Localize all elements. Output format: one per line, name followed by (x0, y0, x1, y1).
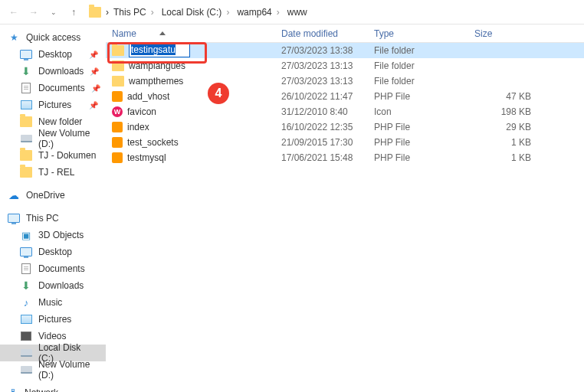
column-name[interactable]: Name (106, 24, 275, 42)
folder-icon (112, 45, 124, 56)
file-icon (112, 137, 123, 148)
breadcrumb[interactable]: › This PC› Local Disk (C:)› wamp64› www (86, 3, 578, 21)
rename-input[interactable]: testingsatu (129, 44, 190, 57)
folder-icon (20, 167, 32, 178)
sidebar-item-label: Desktop (38, 49, 72, 60)
file-row[interactable]: add_vhost26/10/2022 11:47PHP File47 KB (106, 89, 584, 104)
column-date[interactable]: Date modified (275, 24, 368, 42)
file-icon (112, 91, 123, 102)
chevron-right-icon: › (106, 7, 109, 18)
nav-forward-button[interactable]: → (26, 5, 41, 20)
file-row[interactable]: Wfavicon31/12/2010 8:40Icon198 KB (106, 104, 584, 119)
star-icon: ★ (8, 32, 20, 43)
file-type: File folder (368, 76, 468, 87)
address-bar: ← → ⌄ ↑ › This PC› Local Disk (C:)› wamp… (0, 0, 584, 24)
file-size: 29 KB (468, 122, 537, 132)
documents-icon (21, 263, 31, 274)
sidebar-item-label: 3D Objects (38, 230, 84, 240)
file-size: 1 KB (468, 152, 537, 163)
file-date: 16/10/2022 12:35 (275, 122, 368, 132)
sidebar-item[interactable]: ▣3D Objects (0, 227, 106, 243)
file-name: wampthemes (129, 76, 183, 87)
file-row[interactable]: wampthemes27/03/2023 13:13File folder (106, 74, 584, 89)
nav-back-button[interactable]: ← (6, 5, 21, 20)
breadcrumb-item[interactable]: www (284, 5, 310, 19)
file-date: 31/12/2010 8:40 (275, 106, 368, 117)
music-icon: ♪ (24, 297, 29, 309)
file-type: PHP File (368, 137, 468, 148)
sidebar-item[interactable]: Documents (0, 260, 106, 277)
column-size[interactable]: Size (468, 24, 537, 42)
sidebar-item-label: Music (38, 297, 62, 308)
sidebar-item[interactable]: New Volume (D:) (0, 361, 106, 378)
sidebar-item-label: Videos (38, 331, 66, 341)
file-date: 27/03/2023 13:38 (275, 45, 368, 56)
sidebar-item[interactable]: Desktop📌 (0, 46, 106, 63)
sidebar: ★Quick access Desktop📌⬇Downloads📌Documen… (0, 24, 106, 392)
sidebar-item[interactable]: ⬇Downloads📌 (0, 63, 106, 80)
drive-icon (21, 349, 32, 357)
sidebar-quick-access[interactable]: ★Quick access (0, 29, 106, 46)
sidebar-item[interactable]: Pictures📌 (0, 96, 106, 113)
drive-icon (21, 366, 32, 374)
file-type: File folder (368, 45, 468, 56)
sidebar-item-label: Documents (38, 263, 85, 274)
sidebar-item-label: New Volume (D:) (38, 359, 98, 381)
network-icon: 🖧 (8, 387, 18, 392)
file-row[interactable]: testmysql17/06/2021 15:48PHP File1 KB (106, 150, 584, 165)
nav-dropdown-button[interactable]: ⌄ (46, 5, 61, 20)
3d-objects-icon: ▣ (21, 230, 31, 241)
sidebar-item[interactable]: Pictures (0, 311, 106, 328)
sidebar-item-label: Pictures (38, 314, 71, 325)
desktop-icon (20, 50, 32, 59)
sidebar-item[interactable]: TJ - Dokumen (0, 147, 106, 164)
file-date: 27/03/2023 13:13 (275, 60, 368, 71)
chevron-right-icon: › (226, 7, 229, 18)
sidebar-this-pc[interactable]: This PC (0, 210, 106, 227)
file-row[interactable]: index16/10/2022 12:35PHP File29 KB (106, 119, 584, 135)
file-icon (112, 122, 123, 132)
breadcrumb-item[interactable]: This PC› (110, 5, 157, 19)
file-date: 27/03/2023 13:13 (275, 76, 368, 87)
sidebar-onedrive[interactable]: ☁OneDrive (0, 187, 106, 204)
sidebar-item[interactable]: Desktop (0, 243, 106, 260)
folder-icon (112, 60, 124, 71)
pictures-icon (21, 100, 32, 109)
file-name: add_vhost (127, 91, 169, 102)
sidebar-item-label: TJ - Dokumen (38, 150, 96, 161)
favicon-icon: W (112, 106, 123, 117)
file-type: Icon (368, 106, 468, 117)
sidebar-item-label: Downloads (38, 280, 84, 291)
downloads-icon: ⬇ (21, 65, 31, 77)
sidebar-item-label: New folder (38, 116, 82, 127)
videos-icon (21, 332, 31, 341)
file-size: 198 KB (468, 106, 537, 117)
column-headers: Name Date modified Type Size (106, 24, 584, 43)
breadcrumb-item[interactable]: wamp64› (234, 5, 282, 19)
sidebar-item[interactable]: ⬇Downloads (0, 277, 106, 294)
chevron-right-icon: › (151, 7, 154, 18)
sidebar-item[interactable]: ♪Music (0, 294, 106, 311)
column-type[interactable]: Type (368, 24, 468, 42)
sidebar-item[interactable]: Documents📌 (0, 80, 106, 96)
file-row[interactable]: wamplangues27/03/2023 13:13File folder (106, 58, 584, 74)
downloads-icon: ⬇ (21, 279, 31, 292)
file-list-area: Name Date modified Type Size testingsatu… (106, 24, 584, 392)
pin-icon: 📌 (91, 84, 100, 93)
file-size: 47 KB (468, 91, 537, 102)
sidebar-item-label: Desktop (38, 247, 72, 257)
nav-up-button[interactable]: ↑ (66, 5, 81, 20)
breadcrumb-item[interactable]: Local Disk (C:)› (159, 5, 233, 19)
file-date: 17/06/2021 15:48 (275, 152, 368, 163)
sidebar-network[interactable]: 🖧Network (0, 384, 106, 392)
sidebar-item[interactable]: TJ - REL (0, 164, 106, 181)
desktop-icon (20, 247, 32, 256)
folder-icon (112, 76, 124, 87)
file-type: PHP File (368, 152, 468, 163)
file-row[interactable]: testingsatu27/03/2023 13:38File folder (106, 43, 584, 58)
file-date: 26/10/2022 11:47 (275, 91, 368, 102)
sidebar-item[interactable]: New Volume (D:) (0, 130, 106, 147)
file-row[interactable]: test_sockets21/09/2015 17:30PHP File1 KB (106, 135, 584, 150)
file-size: 1 KB (468, 137, 537, 148)
file-date: 21/09/2015 17:30 (275, 137, 368, 148)
